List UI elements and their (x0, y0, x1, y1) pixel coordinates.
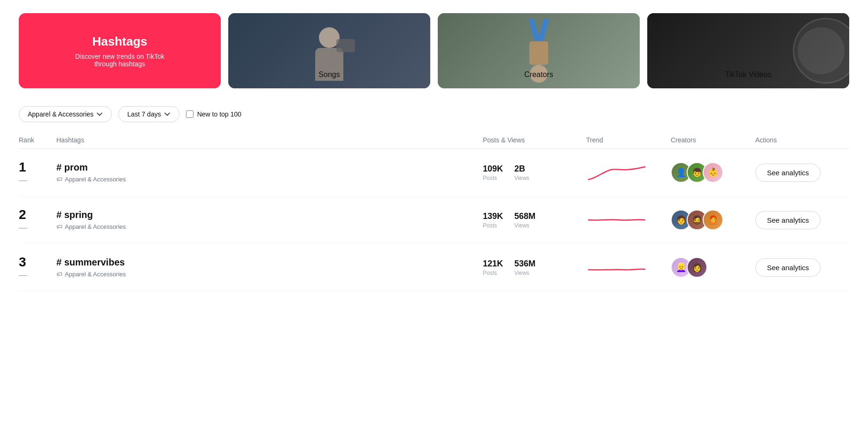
songs-figure (308, 27, 350, 88)
nav-card-songs[interactable]: Songs (228, 13, 430, 88)
col-hashtags: Hashtags (56, 136, 483, 144)
avatar: 👩 (687, 257, 707, 278)
rank-change-3: — (19, 271, 27, 279)
hashtags-table: Rank Hashtags Posts & Views Trend Creato… (0, 132, 868, 291)
see-analytics-btn-1[interactable]: See analytics (755, 164, 821, 182)
tag-icon-3: 🏷 (56, 271, 62, 278)
category-text-1: Apparel & Accessories (65, 176, 126, 183)
posts-value-2: 139K (483, 211, 503, 221)
new-to-top-filter[interactable]: New to top 100 (186, 110, 241, 118)
tag-icon-1: 🏷 (56, 176, 62, 183)
rank-number-3: 3 (19, 256, 26, 269)
table-row: 1 — # prom 🏷 Apparel & Accessories 109K … (19, 149, 849, 196)
category-filter-label: Apparel & Accessories (28, 110, 93, 118)
avatar-stack-1: 👤 👦 👶 (671, 162, 723, 183)
see-analytics-btn-3[interactable]: See analytics (755, 258, 821, 277)
views-value-2: 568M (514, 211, 535, 221)
avatar: 👶 (703, 162, 723, 183)
col-rank: Rank (19, 136, 56, 144)
posts-stat-2: 139K Posts (483, 211, 503, 229)
col-posts-views: Posts & Views (483, 136, 586, 144)
views-stat-1: 2B Views (514, 164, 529, 181)
nav-hashtags-subtitle: Discover new trends on TikTok through ha… (68, 53, 171, 68)
new-to-top-checkbox[interactable] (186, 110, 194, 118)
category-text-3: Apparel & Accessories (65, 271, 126, 278)
creators-cell-2: 🧑 🧔 🧑‍🦰 (671, 210, 755, 230)
rank-cell-2: 2 — (19, 208, 56, 232)
hashtag-category-3: 🏷 Apparel & Accessories (56, 271, 483, 278)
views-label-2: Views (514, 222, 535, 229)
top-nav: Hashtags Discover new trends on TikTok t… (0, 0, 868, 101)
nav-card-hashtags[interactable]: Hashtags Discover new trends on TikTok t… (19, 13, 221, 88)
posts-label-2: Posts (483, 222, 503, 229)
views-value-1: 2B (514, 164, 529, 174)
hashtag-category-1: 🏷 Apparel & Accessories (56, 176, 483, 183)
posts-stat-3: 121K Posts (483, 259, 503, 276)
stats-cell-2: 139K Posts 568M Views (483, 211, 586, 229)
views-label-3: Views (514, 270, 535, 276)
category-filter[interactable]: Apparel & Accessories (19, 106, 112, 122)
views-stat-3: 536M Views (514, 259, 535, 276)
creators-cell-1: 👤 👦 👶 (671, 162, 755, 183)
hashtag-name-3: # summervibes (56, 257, 483, 268)
actions-cell-2: See analytics (755, 211, 849, 229)
nav-card-creators[interactable]: Creators (438, 13, 640, 88)
avatar-stack-3: 👱‍♀️ 👩 (671, 257, 707, 278)
hashtag-category-2: 🏷 Apparel & Accessories (56, 223, 483, 230)
trend-chart-1 (586, 158, 647, 187)
tag-icon-2: 🏷 (56, 223, 62, 230)
nav-card-tiktok-videos[interactable]: TikTok Videos (647, 13, 849, 88)
period-filter[interactable]: Last 7 days (118, 106, 179, 122)
table-row: 2 — # spring 🏷 Apparel & Accessories 139… (19, 196, 849, 244)
rank-cell-3: 3 — (19, 256, 56, 279)
stats-cell-1: 109K Posts 2B Views (483, 164, 586, 181)
avatar: 🧑‍🦰 (703, 210, 723, 230)
nav-hashtags-title: Hashtags (92, 34, 147, 49)
hashtag-cell-3: # summervibes 🏷 Apparel & Accessories (56, 257, 483, 278)
trend-cell-1 (586, 158, 671, 187)
hashtag-name-1: # prom (56, 162, 483, 173)
rank-number-1: 1 (19, 161, 26, 174)
new-to-top-label: New to top 100 (197, 110, 241, 118)
nav-tiktok-title: TikTok Videos (647, 70, 849, 79)
hashtag-name-2: # spring (56, 210, 483, 220)
stats-cell-3: 121K Posts 536M Views (483, 259, 586, 276)
posts-label-3: Posts (483, 270, 503, 276)
rank-change-2: — (19, 223, 27, 232)
period-filter-label: Last 7 days (127, 110, 161, 118)
videos-inner-circle (798, 27, 845, 74)
posts-stat-1: 109K Posts (483, 164, 503, 181)
col-actions: Actions (755, 136, 849, 144)
posts-value-3: 121K (483, 259, 503, 269)
hashtag-cell-2: # spring 🏷 Apparel & Accessories (56, 210, 483, 230)
table-header: Rank Hashtags Posts & Views Trend Creato… (19, 132, 849, 149)
posts-value-1: 109K (483, 164, 503, 174)
actions-cell-1: See analytics (755, 164, 849, 182)
see-analytics-btn-2[interactable]: See analytics (755, 211, 821, 229)
hashtag-cell-1: # prom 🏷 Apparel & Accessories (56, 162, 483, 183)
col-creators: Creators (671, 136, 755, 144)
posts-label-1: Posts (483, 175, 503, 181)
views-value-3: 536M (514, 259, 535, 269)
category-chevron-icon (96, 111, 103, 117)
period-chevron-icon (164, 111, 170, 117)
trend-chart-3 (586, 253, 647, 281)
trend-chart-2 (586, 206, 647, 234)
nav-creators-title: Creators (438, 70, 640, 79)
col-trend: Trend (586, 136, 671, 144)
category-text-2: Apparel & Accessories (65, 223, 126, 230)
trend-cell-3 (586, 253, 671, 281)
filters-bar: Apparel & Accessories Last 7 days New to… (0, 101, 868, 132)
views-stat-2: 568M Views (514, 211, 535, 229)
actions-cell-3: See analytics (755, 258, 849, 277)
views-label-1: Views (514, 175, 529, 181)
trend-cell-2 (586, 206, 671, 234)
rank-number-2: 2 (19, 208, 26, 221)
rank-change-1: — (19, 176, 27, 184)
nav-songs-title: Songs (228, 70, 430, 79)
avatar-stack-2: 🧑 🧔 🧑‍🦰 (671, 210, 723, 230)
table-row: 3 — # summervibes 🏷 Apparel & Accessorie… (19, 244, 849, 291)
rank-cell-1: 1 — (19, 161, 56, 184)
creators-cell-3: 👱‍♀️ 👩 (671, 257, 755, 278)
